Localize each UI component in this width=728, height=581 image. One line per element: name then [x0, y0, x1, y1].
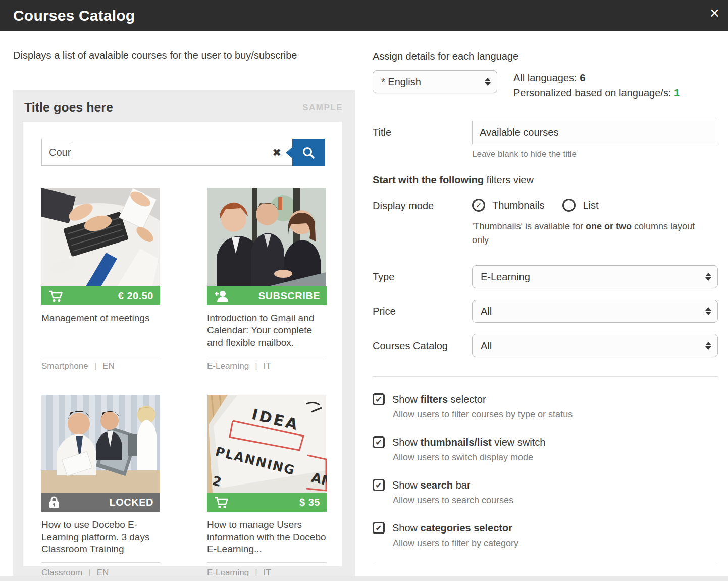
section-divider	[373, 376, 718, 377]
course-cards-grid: € 20.50 Management of meetings Smartphon…	[41, 188, 325, 578]
radio-list-label[interactable]: List	[583, 200, 598, 211]
sample-widget-body: Cour ✖	[23, 122, 342, 566]
select-stepper-icon	[705, 307, 711, 315]
radio-thumbnails-label[interactable]: Thumbnails	[492, 200, 544, 211]
course-card[interactable]: LOCKED How to use Docebo E-Learning plat…	[41, 395, 160, 578]
modal-bottom-edge	[0, 576, 728, 581]
course-image-meeting-table	[41, 188, 160, 286]
title-field-label: Title	[373, 121, 472, 138]
course-title[interactable]: How to manage Users information with the…	[207, 519, 327, 560]
cart-icon	[214, 496, 229, 509]
select-stepper-icon	[485, 78, 491, 86]
magnifier-icon	[301, 146, 316, 160]
meta-separator: |	[94, 361, 96, 371]
dialog-title: Courses Catalog	[0, 7, 135, 24]
course-language: EN	[102, 361, 115, 371]
course-title[interactable]: Introduction to Gmail and Calendar: Your…	[207, 312, 327, 354]
dialog-titlebar: Courses Catalog ✕	[0, 0, 728, 31]
price-label: € 20.50	[118, 290, 153, 302]
all-languages-count: All languages: 6	[513, 70, 680, 85]
cart-icon	[48, 289, 63, 303]
show-search-option: ✔ Show search bar Allow users to search …	[373, 479, 718, 506]
show-view-switch-label[interactable]: Show thumbnails/list view switch	[392, 437, 545, 448]
price-label: $ 35	[299, 497, 320, 508]
course-type: E-Learning	[207, 361, 249, 371]
sample-widget-title: Title goes here	[24, 100, 113, 115]
show-categories-option: ✔ Show categories selector Allow users t…	[373, 522, 718, 549]
language-section-label: Assign details for each language	[373, 51, 718, 62]
sample-badge: SAMPLE	[302, 103, 343, 113]
courses-catalog-select[interactable]: All	[472, 334, 718, 357]
show-search-helper: Allow users to search courses	[393, 495, 718, 506]
filters-view-heading: Start with the following filters view	[373, 174, 718, 186]
config-panel: Assign details for each language * Engli…	[373, 51, 718, 564]
title-helper-text: Leave blank to hide the title	[472, 149, 718, 159]
show-view-switch-option: ✔ Show thumbnails/list view switch Allow…	[373, 436, 718, 463]
language-select[interactable]: * English	[373, 70, 497, 93]
subscribe-bar: SUBSCRIBE	[207, 286, 327, 305]
show-categories-checkbox[interactable]: ✔	[373, 522, 385, 534]
text-caret	[72, 145, 72, 160]
section-divider	[373, 564, 718, 564]
course-card[interactable]: IDEA PLANNING 2 AN $ 35	[207, 395, 327, 578]
display-mode-helper: 'Thumbnails' is available for one or two…	[472, 220, 708, 247]
course-image-classroom-office	[41, 395, 160, 493]
user-plus-icon	[214, 289, 230, 303]
meta-separator: |	[255, 361, 257, 371]
price-label: Price	[373, 306, 472, 317]
price-bar: $ 35	[207, 493, 327, 512]
sample-preview-panel: Title goes here SAMPLE Cour ✖	[13, 90, 355, 576]
select-stepper-icon	[705, 342, 711, 350]
course-image-idea-planning: IDEA PLANNING 2 AN	[207, 395, 327, 493]
type-label: Type	[373, 271, 472, 283]
course-title[interactable]: How to use Docebo E-Learning platform. 3…	[41, 519, 160, 560]
title-input[interactable]	[472, 121, 716, 144]
sample-search-input[interactable]: Cour	[42, 145, 268, 160]
price-bar: € 20.50	[41, 286, 160, 305]
search-button[interactable]	[292, 139, 325, 166]
display-mode-label: Display mode	[373, 200, 472, 212]
course-language: IT	[264, 361, 271, 371]
course-card[interactable]: € 20.50 Management of meetings Smartphon…	[41, 188, 160, 371]
radio-list[interactable]	[562, 199, 576, 212]
dialog-description: Displays a list of avalaible courses for…	[13, 50, 297, 61]
show-categories-helper: Allow users to filter by category	[393, 538, 718, 549]
course-card[interactable]: SUBSCRIBE Introduction to Gmail and Cale…	[207, 188, 327, 371]
show-view-switch-checkbox[interactable]: ✔	[373, 436, 385, 448]
course-title[interactable]: Management of meetings	[41, 312, 160, 354]
lock-icon	[48, 496, 60, 509]
radio-thumbnails[interactable]: ✓	[472, 199, 485, 212]
show-search-checkbox[interactable]: ✔	[373, 479, 385, 491]
locked-label: LOCKED	[110, 497, 153, 508]
show-filters-checkbox[interactable]: ✔	[373, 393, 385, 405]
personalized-count: Personalized based on language/s: 1	[513, 85, 680, 101]
show-filters-option: ✔ Show filters selector Allow users to f…	[373, 393, 718, 420]
show-search-label[interactable]: Show search bar	[392, 479, 471, 491]
courses-catalog-label: Courses Catalog	[373, 340, 472, 352]
select-stepper-icon	[705, 273, 711, 281]
course-image-team-laptop	[207, 188, 327, 286]
sample-search-bar: Cour ✖	[41, 139, 325, 166]
show-categories-label[interactable]: Show categories selector	[392, 522, 512, 534]
locked-bar: LOCKED	[41, 493, 160, 512]
price-select[interactable]: All	[472, 300, 718, 323]
course-type: Smartphone	[41, 361, 88, 371]
close-icon[interactable]: ✕	[709, 7, 720, 20]
subscribe-label: SUBSCRIBE	[258, 290, 320, 302]
type-select[interactable]: E-Learning	[472, 265, 718, 288]
show-view-switch-helper: Allow users to switch display mode	[393, 452, 718, 463]
show-filters-label[interactable]: Show filters selector	[392, 394, 486, 405]
show-filters-helper: Allow users to filter courses by type or…	[393, 409, 718, 420]
